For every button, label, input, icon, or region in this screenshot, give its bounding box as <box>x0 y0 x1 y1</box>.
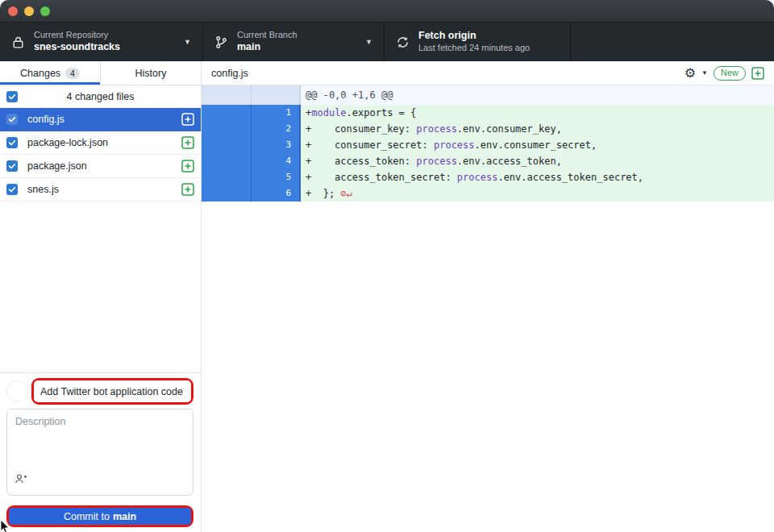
commit-summary-row <box>6 378 194 405</box>
diff-added-line[interactable]: 5 + access_token_secret: process.env.acc… <box>202 169 774 185</box>
diff-gutter-new-line-number[interactable]: 6 <box>252 185 301 202</box>
content-area: Changes 4 History 4 changed files config… <box>0 61 774 532</box>
file-status-new-badge: New <box>714 66 746 81</box>
file-name: config.js <box>27 114 181 125</box>
github-desktop-window: Current Repository snes-soundtracks ▼ Cu… <box>0 0 774 532</box>
branch-label: Current Branch <box>237 30 298 41</box>
diff-body: @@ -0,0 +1,6 @@ 1 +module.exports = { 2 … <box>202 85 774 532</box>
diff-gutter-old[interactable] <box>202 105 252 121</box>
summary-annotation-highlight <box>31 378 194 405</box>
gear-dropdown-caret-icon[interactable]: ▼ <box>701 69 708 77</box>
file-added-status-icon <box>181 160 194 172</box>
current-repository-dropdown[interactable]: Current Repository snes-soundtracks ▼ <box>0 23 203 61</box>
diff-gutter-new-line-number[interactable]: 3 <box>252 137 301 153</box>
commit-form: Commit to main <box>0 372 201 532</box>
repository-name: snes-soundtracks <box>34 41 120 54</box>
diff-gutter-new-line-number[interactable]: 4 <box>252 153 301 169</box>
mouse-cursor <box>0 520 10 532</box>
current-branch-dropdown[interactable]: Current Branch main ▼ <box>203 23 385 61</box>
changes-sidebar: Changes 4 History 4 changed files config… <box>0 61 202 532</box>
diff-actions: ⚙ ▼ New <box>685 66 764 81</box>
diff-added-line[interactable]: 4 + access_token: process.env.access_tok… <box>202 153 774 169</box>
commit-button-branch: main <box>113 511 136 522</box>
zoom-window-button[interactable] <box>40 6 50 16</box>
code-text: .env.consumer_secret, <box>475 139 597 151</box>
file-added-status-icon <box>181 136 194 149</box>
minimize-window-button[interactable] <box>24 6 34 16</box>
syntax-keyword: process <box>416 156 457 167</box>
code-text: .exports = { <box>347 107 417 118</box>
file-row[interactable]: snes.js <box>0 178 201 202</box>
git-branch-icon <box>214 35 228 49</box>
syntax-keyword: process <box>416 123 457 135</box>
close-window-button[interactable] <box>8 6 18 16</box>
code-text: .env.access_token_secret, <box>497 172 643 183</box>
no-newline-marker-icon: ⊘↵ <box>340 188 352 199</box>
hunk-header-text: @@ -0,0 +1,6 @@ <box>301 85 774 105</box>
tab-changes[interactable]: Changes 4 <box>0 61 101 85</box>
diff-gutter-new-line-number[interactable]: 5 <box>252 169 301 185</box>
code-text: + access_token_secret: <box>306 172 457 183</box>
file-include-checkbox[interactable] <box>6 184 18 195</box>
changed-files-header: 4 changed files <box>0 85 201 108</box>
avatar <box>6 380 28 402</box>
toolbar: Current Repository snes-soundtracks ▼ Cu… <box>0 23 774 61</box>
diff-file-tab: config.js <box>211 68 248 79</box>
add-coauthor-icon[interactable] <box>15 472 27 488</box>
diff-line-code: +module.exports = { <box>301 105 774 121</box>
file-name: package.json <box>27 160 181 172</box>
diff-added-line[interactable]: 1 +module.exports = { <box>202 105 774 121</box>
select-all-checkbox[interactable] <box>6 91 18 102</box>
fetch-origin-button[interactable]: Fetch origin Last fetched 24 minutes ago <box>385 23 571 61</box>
tab-history[interactable]: History <box>101 61 201 85</box>
added-file-icon <box>751 67 764 80</box>
syntax-keyword: module <box>311 107 346 118</box>
diff-added-line[interactable]: 3 + consumer_secret: process.env.consume… <box>202 137 774 153</box>
changed-files-list: 4 changed files config.js package-lock.j… <box>0 85 201 372</box>
diff-header: config.js ⚙ ▼ New <box>202 61 774 85</box>
diff-gutter-old[interactable] <box>202 137 252 153</box>
fetch-origin-label: Fetch origin <box>418 30 530 43</box>
description-footer <box>7 469 193 495</box>
diff-added-line[interactable]: 6 + }; ⊘↵ <box>202 185 774 202</box>
changed-files-summary: 4 changed files <box>18 91 194 102</box>
diff-gutter-new-line-number[interactable]: 2 <box>252 121 301 137</box>
commit-button-text: Commit to <box>64 511 110 522</box>
gear-icon[interactable]: ⚙ <box>685 67 696 80</box>
commit-summary-input[interactable] <box>34 380 191 402</box>
diff-added-line[interactable]: 2 + consumer_key: process.env.consumer_k… <box>202 121 774 137</box>
hunk-gutter-old <box>202 85 252 105</box>
last-fetched-status: Last fetched 24 minutes ago <box>418 43 530 54</box>
code-text: .env.access_token, <box>457 156 562 167</box>
diff-gutter-old[interactable] <box>202 121 252 137</box>
changes-count-badge: 4 <box>65 68 80 79</box>
hunk-gutter-new <box>252 85 301 105</box>
commit-description-box <box>6 409 194 496</box>
file-added-status-icon <box>181 183 194 196</box>
file-row[interactable]: package-lock.json <box>0 131 201 155</box>
toolbar-empty-space <box>571 23 774 61</box>
diff-line-code: + }; ⊘↵ <box>301 185 774 202</box>
lock-icon <box>11 35 25 49</box>
file-include-checkbox[interactable] <box>6 114 18 125</box>
file-row[interactable]: config.js <box>0 108 201 131</box>
file-include-checkbox[interactable] <box>6 160 18 172</box>
diff-line-code: + consumer_key: process.env.consumer_key… <box>301 121 774 137</box>
file-rows-container: config.js package-lock.json package.json <box>0 108 201 202</box>
diff-gutter-new-line-number[interactable]: 1 <box>252 105 301 121</box>
file-name: snes.js <box>27 184 181 195</box>
commit-to-main-button[interactable]: Commit to main <box>9 508 191 525</box>
code-text: .env.consumer_key, <box>457 123 562 135</box>
commit-description-input[interactable] <box>7 409 193 469</box>
diff-gutter-old[interactable] <box>202 185 252 202</box>
repository-label: Current Repository <box>34 30 120 41</box>
code-text: + consumer_key: <box>306 123 416 135</box>
diff-gutter-old[interactable] <box>202 169 252 185</box>
file-include-checkbox[interactable] <box>6 137 18 148</box>
diff-lines-container: 1 +module.exports = { 2 + consumer_key: … <box>202 105 774 202</box>
file-row[interactable]: package.json <box>0 155 201 178</box>
title-bar <box>0 0 774 23</box>
branch-name: main <box>237 41 298 54</box>
chevron-down-icon: ▼ <box>174 38 191 46</box>
diff-gutter-old[interactable] <box>202 153 252 169</box>
